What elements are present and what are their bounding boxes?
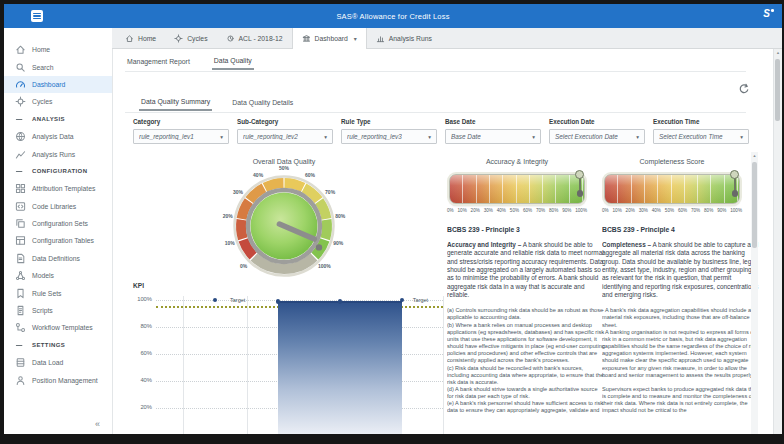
tab-home[interactable]: Home (116, 28, 165, 48)
sidebar-item-position-management[interactable]: Position Management (4, 371, 112, 388)
sidebar-item-analysis-runs[interactable]: Analysis Runs (4, 145, 112, 162)
sidebar-item-workflow-templates[interactable]: Workflow Templates (4, 319, 112, 336)
page-scrollbar-thumb[interactable] (775, 59, 780, 121)
kpi-data-point (213, 298, 217, 302)
filter-label: Execution Date (549, 118, 645, 125)
bcbs-principle-4-lead: Completeness – A bank should be able to … (602, 241, 759, 299)
sidebar-item-configuration-tables[interactable]: Configuration Tables (4, 232, 112, 249)
filter-base-date: Base DateBase Date▾ (445, 118, 541, 144)
sidebar-collapse-icon[interactable]: « (95, 419, 100, 429)
filter-execution-time-select[interactable]: Select Execution Time▾ (653, 129, 749, 144)
completeness-marker-dot (732, 190, 739, 197)
bcbs-principle-4-section: BCBS 239 - Principle 4 Completeness – A … (602, 226, 759, 434)
completeness-gauge-ticks: 0%10%20%30%40%50%60%70%80%90%100% (602, 208, 742, 213)
page-scroll-up-icon[interactable]: ▲ (774, 50, 782, 55)
sidebar-item-rule-sets[interactable]: Rule Sets (4, 284, 112, 301)
accuracy-marker-pin[interactable] (575, 170, 584, 179)
filter-label: Sub-Category (237, 118, 333, 125)
sidebar-section-analysis: ANALYSIS (4, 111, 112, 128)
section-dash-icon (15, 114, 26, 125)
subtab-data-quality[interactable]: Data Quality (212, 55, 254, 70)
kpi-gridline-vertical (443, 296, 444, 434)
sidebar-item-dashboard[interactable]: Dashboard (4, 76, 112, 93)
bcbs-principle-3-term: Accuracy and Integrity – (447, 241, 521, 248)
sidebar-item-label: Analysis Data (32, 133, 74, 140)
sidebar-item-label: Data Load (32, 359, 63, 366)
filter-base-date-select[interactable]: Base Date▾ (445, 129, 541, 144)
tab-data-quality-summary[interactable]: Data Quality Summary (139, 96, 212, 111)
configuration-sets-icon (15, 218, 26, 229)
page-scrollbar[interactable]: ▲ (773, 49, 782, 434)
tab-home-icon (125, 34, 134, 43)
filter-value: Select Execution Time (659, 133, 723, 140)
filter-value: Select Execution Date (555, 133, 618, 140)
refresh-icon[interactable] (738, 81, 750, 93)
panel-scroll-up-icon[interactable]: ▲ (751, 153, 758, 158)
sidebar-section-label: CONFIGURATION (32, 168, 87, 174)
app-topbar: SAS® Allowance for Credit Loss S (4, 4, 782, 28)
sidebar-section-label: ANALYSIS (32, 116, 65, 122)
chevron-down-icon: ▾ (324, 134, 327, 140)
app-title: SAS® Allowance for Credit Loss (4, 12, 782, 21)
panel-scrollbar[interactable]: ▲ (751, 152, 758, 434)
cycles-icon (15, 96, 26, 107)
home-icon (15, 44, 26, 55)
svg-text:0%: 0% (240, 263, 248, 269)
data-quality-subtabs: Data Quality SummaryData Quality Details (139, 94, 295, 112)
sidebar-item-cycles[interactable]: Cycles (4, 93, 112, 110)
gauge-tick-label: 80% (704, 208, 713, 213)
sidebar-item-label: Rule Sets (32, 290, 61, 297)
sidebar-item-models[interactable]: Models (4, 267, 112, 284)
gauge-tick-label: 70% (691, 208, 700, 213)
section-dash-icon (15, 340, 26, 351)
filter-label: Rule Type (341, 118, 437, 125)
sidebar-item-analysis-data[interactable]: Analysis Data (4, 128, 112, 145)
svg-text:60%: 60% (305, 172, 316, 178)
filter-execution-date-select[interactable]: Select Execution Date▾ (549, 129, 645, 144)
kpi-target-label: Target (230, 297, 245, 303)
bcbs-principle-4-notes: - A bank's risk data aggregation capabil… (602, 307, 759, 414)
panel-scrollbar-thumb[interactable] (752, 162, 757, 248)
kpi-chart-label: KPI (133, 282, 144, 289)
tab-analysis-runs[interactable]: Analysis Runs (367, 28, 441, 48)
tab-dashboard[interactable]: Dashboard▾ (292, 28, 367, 49)
tab-dashboard-icon (302, 34, 311, 43)
filter-category-select[interactable]: rule_reporting_lev1▾ (133, 129, 229, 144)
sidebar-item-label: Code Libraries (32, 203, 76, 210)
svg-text:50%: 50% (279, 165, 290, 171)
sidebar-item-configuration-sets[interactable]: Configuration Sets (4, 215, 112, 232)
svg-text:30%: 30% (233, 189, 244, 195)
gauge-tick-label: 100% (575, 208, 587, 213)
kpi-y-axis-label: 60% (126, 350, 152, 356)
sidebar-item-home[interactable]: Home (4, 41, 112, 58)
filter-label: Base Date (445, 118, 541, 125)
sidebar-item-data-definitions[interactable]: Data Definitions (4, 250, 112, 267)
filter-sub-category-select[interactable]: rule_reporting_lev2▾ (237, 129, 333, 144)
svg-text:10%: 10% (225, 240, 236, 246)
kpi-data-point (338, 299, 342, 303)
sidebar-item-scripts[interactable]: Scripts (4, 302, 112, 319)
subtab-management-report[interactable]: Management Report (125, 56, 192, 69)
completeness-gauge-title: Completeness Score (602, 158, 742, 165)
bcbs-principle-4-term: Completeness – (602, 241, 651, 248)
kpi-area-series (278, 301, 402, 434)
filter-rule-type: Rule Typerule_reporting_lev3▾ (341, 118, 437, 144)
sidebar-item-search[interactable]: Search (4, 58, 112, 75)
tab-cycles[interactable]: Cycles (165, 28, 216, 48)
tab-label: ACL - 2018-12 (239, 35, 283, 42)
tab-data-quality-details[interactable]: Data Quality Details (230, 97, 295, 110)
gauge-tick-label: 30% (484, 208, 493, 213)
sidebar-item-label: Configuration Sets (32, 220, 88, 227)
sidebar-item-label: Cycles (32, 98, 52, 105)
sidebar-item-label: Position Management (32, 377, 98, 384)
tab-acl-2018-12[interactable]: ACL - 2018-12 (217, 28, 292, 48)
gauge-tick-label: 10% (458, 208, 467, 213)
sidebar-item-attribution-templates[interactable]: Attribution Templates (4, 180, 112, 197)
sidebar-item-data-load[interactable]: Data Load (4, 354, 112, 371)
kpi-y-axis-label: 40% (126, 377, 152, 383)
sidebar-item-code-libraries[interactable]: Code Libraries (4, 198, 112, 215)
completeness-marker-pin[interactable] (730, 170, 739, 179)
filter-rule-type-select[interactable]: rule_reporting_lev3▾ (341, 129, 437, 144)
filter-value: Base Date (451, 133, 481, 140)
sidebar-item-label: Dashboard (32, 81, 65, 88)
